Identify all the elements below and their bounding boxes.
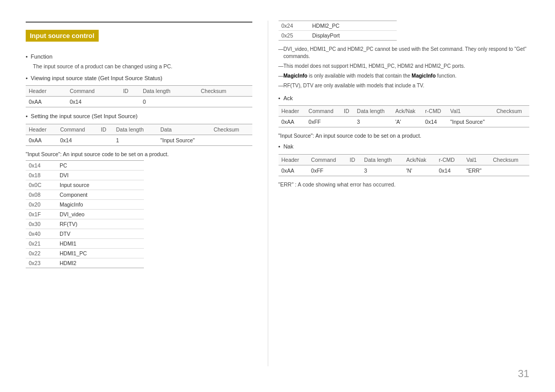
source-name: HDMI2_PC [309, 21, 397, 31]
source-tbody-left: 0x14PC0x18DVI0x0CInput source0x08Compone… [26, 160, 144, 268]
source-code: 0x08 [26, 190, 57, 199]
list-item: 0x40DTV [26, 229, 144, 238]
nak-th-command: Command [308, 154, 346, 165]
ack-td-header: 0xAA [279, 117, 306, 127]
nak-table: Header Command ID Data length Ack/Nak r-… [279, 154, 529, 176]
nak-td-acknak: 'N' [403, 165, 436, 176]
get-th-datalength: Data length [140, 86, 198, 97]
set-td-command: 0x14 [57, 135, 98, 145]
source-name: DisplayPort [309, 31, 397, 41]
nak-td-checksum [490, 165, 529, 176]
ack-table-head: Header Command ID Data length Ack/Nak r-… [279, 106, 529, 117]
function-label: Function [31, 53, 52, 61]
function-bullet: • Function [26, 53, 252, 61]
get-bullet: • Viewing input source state (Get Input … [26, 74, 252, 82]
source-name: HDMI1 [57, 238, 144, 248]
ack-th-checksum: Checksum [493, 106, 529, 117]
source-code: 0x40 [26, 229, 57, 238]
list-item: 0x24HDMI2_PC [279, 21, 397, 31]
table-row: 0xAA 0xFF 3 'A' 0x14 "Input Source" [279, 117, 529, 127]
set-td-checksum [211, 135, 252, 145]
get-td-id [120, 97, 140, 107]
ack-td-command: 0xFF [305, 117, 341, 127]
ack-th-command: Command [305, 106, 341, 117]
function-desc: The input source of a product can be cha… [33, 63, 252, 70]
list-item: 0x08Component [26, 190, 144, 199]
list-item: 0x0CInput source [26, 180, 144, 190]
source-code: 0x20 [26, 199, 57, 209]
table-row: 0xAA 0xFF 3 'N' 0x14 "ERR" [279, 165, 529, 176]
source-code: 0x1F [26, 209, 57, 219]
list-item: 0x23HDMI2 [26, 258, 144, 268]
set-bullet: • Setting the input source (Set Input So… [26, 113, 252, 120]
ack-label: Ack [283, 95, 292, 102]
ack-th-acknak: Ack/Nak [392, 106, 422, 117]
set-th-data: Data [157, 124, 211, 135]
list-item: 0x25DisplayPort [279, 31, 397, 41]
set-td-id [98, 135, 113, 145]
source-name: Component [57, 190, 144, 199]
get-th-id: ID [120, 86, 140, 97]
magicinfo-bold-1: MagicInfo [284, 73, 308, 79]
note-line-2: This model does not support HDMI1, HDMI1… [279, 63, 529, 70]
nak-td-header: 0xAA [279, 165, 308, 176]
table-row: 0xAA 0x14 0 [26, 97, 252, 107]
source-name: PC [57, 160, 144, 170]
nak-label: Nak [283, 143, 293, 151]
bullet-dot3: • [26, 113, 28, 119]
list-item: 0x1FDVI_video [26, 209, 144, 219]
list-item: 0x18DVI [26, 170, 144, 180]
get-label: Viewing input source state (Get Input So… [31, 74, 162, 82]
get-table-body: 0xAA 0x14 0 [26, 97, 252, 107]
set-label: Setting the input source (Set Input Sour… [31, 113, 138, 120]
table-row: 0xAA 0x14 1 "Input Source" [26, 135, 252, 145]
get-th-header: Header [26, 86, 67, 97]
get-table: Header Command ID Data length Checksum 0… [26, 85, 252, 107]
set-th-command: Command [57, 124, 98, 135]
source-name: DTV [57, 229, 144, 238]
set-td-data: "Input Source" [157, 135, 211, 145]
source-code: 0x25 [279, 31, 309, 41]
err-note: "ERR" : A code showing what error has oc… [279, 181, 529, 188]
nak-th-datalength: Data length [361, 154, 403, 165]
nak-td-id [347, 165, 361, 176]
ack-td-id [341, 117, 354, 127]
section-title: Input source control [26, 30, 252, 48]
source-code: 0x30 [26, 219, 57, 229]
nak-table-head: Header Command ID Data length Ack/Nak r-… [279, 154, 529, 165]
bullet-dot4: • [279, 95, 281, 101]
get-th-command: Command [67, 86, 120, 97]
source-name: DVI [57, 170, 144, 180]
note-line-3: MagicInfo is only available with models … [279, 72, 529, 80]
ack-header-row: Header Command ID Data length Ack/Nak r-… [279, 106, 529, 117]
get-td-command: 0x14 [67, 97, 120, 107]
nak-td-rcmd: 0x14 [436, 165, 463, 176]
nak-th-id: ID [347, 154, 361, 165]
source-code: 0x14 [26, 160, 57, 170]
ack-table-body: 0xAA 0xFF 3 'A' 0x14 "Input Source" [279, 117, 529, 127]
nak-table-body: 0xAA 0xFF 3 'N' 0x14 "ERR" [279, 165, 529, 176]
source-code: 0x0C [26, 180, 57, 190]
list-item: 0x22HDMI1_PC [26, 248, 144, 258]
nak-td-command: 0xFF [308, 165, 346, 176]
list-item: 0x14PC [26, 160, 144, 170]
ack-th-id: ID [341, 106, 354, 117]
source-name: MagicInfo [57, 199, 144, 209]
source-code: 0x24 [279, 21, 309, 31]
nak-th-checksum: Checksum [490, 154, 529, 165]
ack-td-val1: "Input Source" [447, 117, 493, 127]
list-item: 0x20MagicInfo [26, 199, 144, 209]
nak-th-rcmd: r-CMD [436, 154, 463, 165]
input-source-desc: "Input Source": An input source code to … [26, 151, 252, 157]
get-td-checksum [198, 97, 252, 107]
source-code: 0x21 [26, 238, 57, 248]
nak-td-datalength: 3 [361, 165, 403, 176]
source-name: HDMI1_PC [57, 248, 144, 258]
get-td-header: 0xAA [26, 97, 67, 107]
nak-td-val1: "ERR" [463, 165, 490, 176]
bullet-dot5: • [279, 143, 281, 150]
source-name: Input source [57, 180, 144, 190]
ack-td-checksum [493, 117, 529, 127]
right-column: 0x24HDMI2_PC0x25DisplayPort DVI_video, H… [268, 21, 529, 366]
set-table: Header Command ID Data length Data Check… [26, 124, 252, 146]
